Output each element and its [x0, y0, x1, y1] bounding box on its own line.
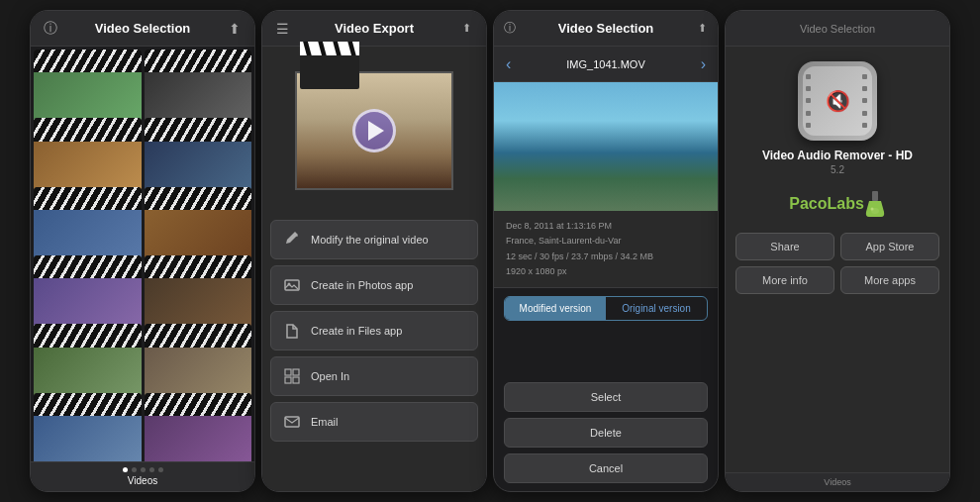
flask-icon [864, 190, 886, 218]
more-info-button[interactable]: More info [735, 266, 834, 294]
speaker-symbol: 🔇 [826, 89, 850, 113]
clapperboard-svg [300, 42, 364, 95]
film-hole-4 [806, 111, 811, 116]
speaker-mute-icon: 🔇 [826, 89, 850, 113]
film-hole-r1 [862, 74, 867, 79]
paco-labs-logo: PacoLabs [789, 190, 886, 218]
dot-2 [132, 467, 137, 472]
info-icon[interactable]: ⓘ [41, 19, 60, 39]
screen3-filename-nav: ‹ IMG_1041.MOV › [494, 47, 718, 82]
screen1-top-bar: ⓘ Video Selection ⬆ [31, 11, 254, 47]
svg-rect-0 [300, 53, 359, 89]
film-hole-3 [806, 98, 811, 103]
film-holes-left [806, 66, 813, 136]
film-hole-r5 [862, 123, 867, 128]
film-hole-r2 [862, 86, 867, 91]
app-name: Video Audio Remover - HD [762, 149, 913, 162]
screen1-bottom-label: Videos [36, 475, 249, 486]
export-content: Modify the original video Create in Phot… [262, 47, 486, 491]
export-actions: Modify the original video Create in Phot… [262, 215, 486, 452]
screen4-app-info: Video Selection 🔇 [725, 10, 950, 492]
select-button[interactable]: Select [504, 382, 708, 412]
video-grid: 0:12 0:08 0:06 [31, 47, 254, 461]
screen3-top-bar: ⓘ Video Selection ⬆ [494, 11, 718, 47]
open-in-icon [281, 365, 303, 387]
email-action[interactable]: Email [270, 402, 478, 442]
create-photos-action[interactable]: Create in Photos app [270, 265, 478, 305]
svg-rect-13 [293, 377, 299, 383]
video-preview-large [494, 82, 718, 211]
dot-1 [123, 467, 128, 472]
app-buttons-grid: Share App Store More info More apps [735, 233, 939, 294]
open-in-action[interactable]: Open In [270, 356, 478, 396]
dot-4 [149, 467, 154, 472]
video-thumb-12[interactable]: 0:03 [145, 393, 252, 461]
film-hole-r4 [862, 111, 867, 116]
photos-icon [281, 274, 303, 296]
version-tabs: Modified version Original version [504, 296, 708, 321]
forward-arrow-icon[interactable]: › [697, 55, 710, 73]
svg-rect-14 [285, 417, 299, 427]
film-hole-1 [806, 74, 811, 79]
video-metadata: Dec 8, 2011 at 1:13:16 PM France, Saint-… [494, 211, 718, 288]
svg-point-17 [870, 208, 873, 211]
dot-5 [158, 467, 163, 472]
original-version-tab[interactable]: Original version [606, 297, 707, 320]
screen2-export-icon[interactable]: ⬆ [456, 19, 476, 39]
app-icon: 🔇 [798, 61, 877, 141]
export-icon[interactable]: ⬆ [225, 19, 245, 39]
app-store-button[interactable]: App Store [840, 233, 939, 260]
screen4-bottom-label: Videos [730, 477, 945, 487]
app-info-content: 🔇 Video Audio Remover - HD 5.2 PacoLabs [726, 47, 949, 472]
play-triangle-icon [368, 121, 384, 141]
edit-icon [281, 229, 303, 251]
screen3-video-preview: ⓘ Video Selection ⬆ ‹ IMG_1041.MOV › Dec… [493, 10, 719, 492]
screen4-header-label: Video Selection [800, 23, 875, 35]
dot-3 [141, 467, 146, 472]
svg-rect-15 [872, 191, 878, 201]
screen3-title: Video Selection [520, 21, 692, 36]
create-photos-label: Create in Photos app [311, 279, 413, 291]
create-files-action[interactable]: Create in Files app [270, 311, 478, 351]
files-icon [281, 320, 303, 342]
svg-rect-12 [285, 377, 291, 383]
screen2-title: Video Export [292, 21, 456, 36]
screen4-top-bar: Video Selection [726, 11, 949, 47]
screens-container: ⓘ Video Selection ⬆ 0:12 0:08 [22, 0, 958, 502]
video-thumb-11[interactable]: 0:28 [34, 393, 142, 461]
screen3-info-icon[interactable]: ⓘ [500, 19, 520, 39]
back-arrow-icon[interactable]: ‹ [502, 55, 515, 73]
screen2-top-bar: ☰ Video Export ⬆ [262, 11, 486, 47]
share-button[interactable]: Share [735, 233, 834, 260]
email-icon [281, 411, 303, 433]
export-preview-container [290, 56, 458, 205]
svg-rect-11 [293, 369, 299, 375]
play-button[interactable] [352, 109, 396, 152]
film-hole-5 [806, 123, 811, 128]
create-files-label: Create in Files app [311, 325, 402, 337]
screen3-action-icon[interactable]: ⬆ [692, 19, 712, 39]
app-version: 5.2 [831, 164, 844, 175]
modified-version-tab[interactable]: Modified version [505, 297, 606, 320]
screen1-bottom-tab: Videos [31, 461, 254, 491]
page-dots [36, 467, 249, 472]
screen2-video-export: ☰ Video Export ⬆ [261, 10, 487, 492]
filename-label: IMG_1041.MOV [515, 58, 696, 70]
landscape-preview [494, 82, 718, 211]
film-icon-container: 🔇 [803, 66, 872, 136]
cancel-button[interactable]: Cancel [504, 453, 708, 483]
email-label: Email [311, 416, 339, 428]
menu-icon[interactable]: ☰ [272, 19, 292, 39]
delete-button[interactable]: Delete [504, 418, 708, 448]
screen3-actions: Select Delete Cancel [494, 329, 718, 491]
more-apps-button[interactable]: More apps [840, 266, 939, 294]
screen1-video-selection: ⓘ Video Selection ⬆ 0:12 0:08 [30, 10, 255, 492]
open-in-label: Open In [311, 370, 349, 382]
meta-location: France, Saint-Laurent-du-Var [506, 234, 706, 249]
meta-resolution: 1920 x 1080 px [506, 264, 706, 279]
svg-rect-10 [285, 369, 291, 375]
film-hole-2 [806, 86, 811, 91]
modify-original-action[interactable]: Modify the original video [270, 220, 478, 259]
film-holes-right [862, 66, 869, 136]
modify-original-label: Modify the original video [311, 234, 429, 246]
